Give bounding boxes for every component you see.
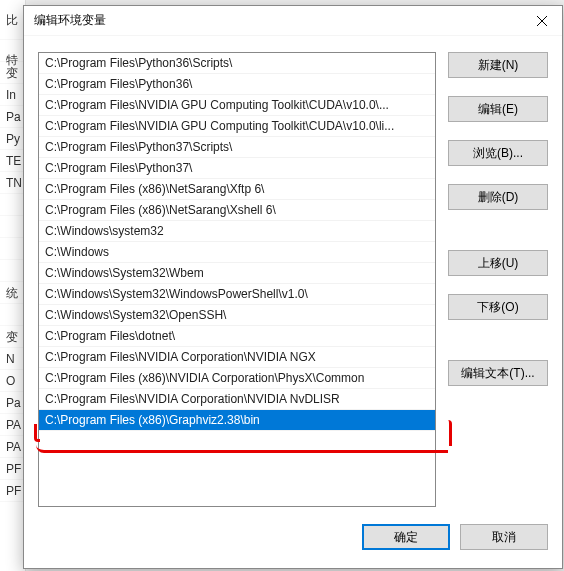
path-row[interactable]: C:\Program Files (x86)\NetSarang\Xftp 6\ bbox=[39, 179, 435, 200]
path-row[interactable]: C:\Windows\System32\WindowsPowerShell\v1… bbox=[39, 284, 435, 305]
path-row[interactable]: C:\Program Files\NVIDIA GPU Computing To… bbox=[39, 116, 435, 137]
path-listbox[interactable]: C:\Program Files\Python36\Scripts\C:\Pro… bbox=[38, 52, 436, 507]
path-row[interactable]: C:\Program Files\dotnet\ bbox=[39, 326, 435, 347]
background-label: N bbox=[0, 348, 25, 370]
path-row[interactable]: C:\Program Files\NVIDIA Corporation\NVID… bbox=[39, 389, 435, 410]
background-label: 比特 bbox=[0, 0, 25, 40]
path-row[interactable]: C:\Windows\system32 bbox=[39, 221, 435, 242]
path-row[interactable]: C:\Windows\System32\OpenSSH\ bbox=[39, 305, 435, 326]
background-label: PF bbox=[0, 458, 25, 480]
path-row[interactable]: C:\Program Files\Python36\ bbox=[39, 74, 435, 95]
edit-env-var-dialog: 编辑环境变量 C:\Program Files\Python36\Scripts… bbox=[23, 5, 563, 569]
background-label: In bbox=[0, 84, 25, 106]
path-row[interactable]: C:\Program Files (x86)\Graphviz2.38\bin bbox=[39, 410, 435, 431]
background-label: 统 bbox=[0, 282, 25, 304]
background-label bbox=[0, 304, 25, 326]
dialog-footer: 确定 取消 bbox=[24, 518, 562, 568]
path-row[interactable]: C:\Program Files\Python37\ bbox=[39, 158, 435, 179]
cancel-button[interactable]: 取消 bbox=[460, 524, 548, 550]
background-label bbox=[0, 238, 25, 260]
background-label bbox=[0, 260, 25, 282]
background-label: Py bbox=[0, 128, 25, 150]
background-label: TE bbox=[0, 150, 25, 172]
background-label: O bbox=[0, 370, 25, 392]
path-row[interactable]: C:\Program Files (x86)\NetSarang\Xshell … bbox=[39, 200, 435, 221]
background-label: 变 bbox=[0, 62, 25, 84]
background-label: TN bbox=[0, 172, 25, 194]
path-row[interactable]: C:\Program Files\NVIDIA Corporation\NVID… bbox=[39, 347, 435, 368]
browse-button[interactable]: 浏览(B)... bbox=[448, 140, 548, 166]
side-button-column: 新建(N) 编辑(E) 浏览(B)... 删除(D) 上移(U) 下移(O) 编… bbox=[448, 52, 548, 508]
new-button[interactable]: 新建(N) bbox=[448, 52, 548, 78]
background-label: Pa bbox=[0, 392, 25, 414]
edit-text-button[interactable]: 编辑文本(T)... bbox=[448, 360, 548, 386]
dialog-title: 编辑环境变量 bbox=[34, 12, 106, 29]
dialog-body: C:\Program Files\Python36\Scripts\C:\Pro… bbox=[24, 36, 562, 518]
dialog-titlebar: 编辑环境变量 bbox=[24, 6, 562, 36]
path-row[interactable]: C:\Program Files\NVIDIA GPU Computing To… bbox=[39, 95, 435, 116]
background-label: Pa bbox=[0, 106, 25, 128]
path-row[interactable]: C:\Program Files (x86)\NVIDIA Corporatio… bbox=[39, 368, 435, 389]
move-down-button[interactable]: 下移(O) bbox=[448, 294, 548, 320]
edit-button[interactable]: 编辑(E) bbox=[448, 96, 548, 122]
background-label bbox=[0, 216, 25, 238]
background-label: PF bbox=[0, 480, 25, 502]
path-row[interactable]: C:\Windows\System32\Wbem bbox=[39, 263, 435, 284]
background-label: 变 bbox=[0, 326, 25, 348]
background-label bbox=[0, 194, 25, 216]
background-label: PA bbox=[0, 414, 25, 436]
path-row[interactable]: C:\Program Files\Python37\Scripts\ bbox=[39, 137, 435, 158]
path-row[interactable]: C:\Windows bbox=[39, 242, 435, 263]
close-button[interactable] bbox=[528, 10, 556, 32]
close-icon bbox=[537, 16, 547, 26]
background-label: PA bbox=[0, 436, 25, 458]
move-up-button[interactable]: 上移(U) bbox=[448, 250, 548, 276]
path-row[interactable]: C:\Program Files\Python36\Scripts\ bbox=[39, 53, 435, 74]
delete-button[interactable]: 删除(D) bbox=[448, 184, 548, 210]
ok-button[interactable]: 确定 bbox=[362, 524, 450, 550]
